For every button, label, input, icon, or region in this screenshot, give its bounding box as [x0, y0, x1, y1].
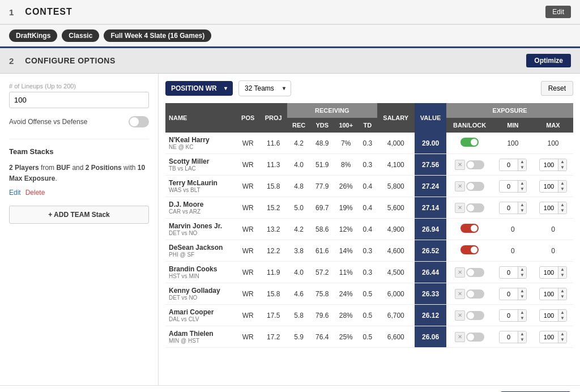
max-input[interactable] — [540, 332, 558, 342]
reset-button[interactable]: Reset — [541, 81, 573, 96]
optimize-top-button[interactable]: Optimize — [526, 54, 571, 67]
col-proj: PROJ — [259, 103, 287, 133]
max-up[interactable]: ▲ — [558, 267, 566, 272]
max-stepper[interactable]: ▲ ▼ — [539, 180, 567, 193]
min-stepper[interactable]: ▲ ▼ — [499, 309, 527, 322]
lineups-input[interactable] — [9, 92, 149, 108]
max-down[interactable]: ▼ — [558, 165, 566, 171]
max-input[interactable] — [540, 310, 558, 321]
min-input[interactable] — [500, 332, 518, 342]
min-up[interactable]: ▲ — [518, 159, 526, 165]
min-input[interactable] — [500, 160, 518, 170]
min-input[interactable] — [500, 289, 518, 299]
salary-cell: 4,000 — [377, 133, 415, 154]
min-up[interactable]: ▲ — [518, 181, 526, 186]
max-up[interactable]: ▲ — [558, 202, 566, 208]
max-input[interactable] — [540, 181, 558, 191]
min-stepper[interactable]: ▲ ▼ — [499, 202, 527, 214]
pos-cell: WR — [236, 262, 259, 283]
ban-lock-control: ✕ — [455, 203, 484, 213]
max-input[interactable] — [540, 203, 558, 213]
max-stepper[interactable]: ▲ ▼ — [539, 202, 567, 214]
teams-dropdown[interactable]: 32 Teams — [238, 80, 291, 96]
ban-button[interactable]: ✕ — [455, 203, 465, 213]
player-name-cell: N'Keal Harry NE @ KC — [165, 133, 236, 154]
max-down[interactable]: ▼ — [558, 272, 566, 278]
min-down[interactable]: ▼ — [518, 294, 526, 300]
max-stepper[interactable]: ▲ ▼ — [539, 288, 567, 300]
ban-lock-toggle[interactable] — [466, 160, 484, 169]
player-team: DET vs NO — [169, 230, 233, 236]
max-down[interactable]: ▼ — [558, 316, 566, 321]
min-up[interactable]: ▲ — [518, 331, 526, 337]
min-input[interactable] — [500, 181, 518, 191]
max-stepper[interactable]: ▲ ▼ — [539, 331, 567, 343]
max-stepper[interactable]: ▲ ▼ — [539, 159, 567, 171]
ban-lock-toggle[interactable] — [466, 289, 484, 299]
ban-lock-toggle[interactable] — [460, 224, 479, 233]
ban-button[interactable]: ✕ — [455, 332, 465, 342]
value-cell: 26.44 — [415, 262, 446, 283]
min-input[interactable] — [500, 310, 518, 321]
min-stepper[interactable]: ▲ ▼ — [499, 331, 527, 343]
avoid-offense-toggle[interactable] — [129, 116, 149, 127]
max-up[interactable]: ▲ — [558, 310, 566, 316]
min-down[interactable]: ▼ — [518, 186, 526, 192]
min-down[interactable]: ▼ — [518, 165, 526, 171]
max-up[interactable]: ▲ — [558, 331, 566, 337]
min-up[interactable]: ▲ — [518, 288, 526, 294]
ban-lock-toggle[interactable] — [466, 203, 484, 212]
ban-lock-toggle[interactable] — [466, 182, 484, 191]
min-cell: ▲ ▼ — [493, 262, 533, 283]
ban-button[interactable]: ✕ — [455, 181, 465, 191]
ban-lock-toggle[interactable] — [466, 333, 484, 342]
max-down[interactable]: ▼ — [558, 208, 566, 214]
min-down[interactable]: ▼ — [518, 337, 526, 343]
position-dropdown[interactable]: POSITION WR — [165, 81, 233, 96]
ban-lock-toggle[interactable] — [460, 138, 479, 147]
max-input[interactable] — [540, 289, 558, 299]
min-down[interactable]: ▼ — [518, 272, 526, 278]
min-up[interactable]: ▲ — [518, 202, 526, 208]
max-down[interactable]: ▼ — [558, 294, 566, 300]
max-stepper[interactable]: ▲ ▼ — [539, 309, 567, 322]
min-down[interactable]: ▼ — [518, 316, 526, 321]
max-stepper[interactable]: ▲ ▼ — [539, 266, 567, 279]
min-cell: 0 — [493, 219, 533, 240]
ban-button[interactable]: ✕ — [455, 160, 465, 170]
min-up[interactable]: ▲ — [518, 267, 526, 272]
max-down[interactable]: ▼ — [558, 186, 566, 192]
min-arrows: ▲ ▼ — [518, 181, 526, 192]
contest-edit-button[interactable]: Edit — [545, 6, 571, 18]
hundred-plus-cell: 19% — [334, 197, 358, 219]
max-down[interactable]: ▼ — [558, 337, 566, 343]
player-name: Marvin Jones Jr. — [169, 222, 233, 230]
min-stepper[interactable]: ▲ ▼ — [499, 180, 527, 193]
min-input[interactable] — [500, 267, 518, 278]
max-up[interactable]: ▲ — [558, 159, 566, 165]
max-input[interactable] — [540, 267, 558, 278]
rec-cell: 5.9 — [287, 326, 310, 348]
ban-button[interactable]: ✕ — [455, 310, 465, 321]
add-stack-button[interactable]: + ADD TEAM Stack — [9, 206, 149, 224]
min-stepper[interactable]: ▲ ▼ — [499, 288, 527, 300]
min-down[interactable]: ▼ — [518, 208, 526, 214]
ban-button[interactable]: ✕ — [455, 267, 465, 278]
min-stepper[interactable]: ▲ ▼ — [499, 266, 527, 279]
value-cell: 26.06 — [415, 326, 446, 348]
col-max: MAX — [533, 118, 573, 133]
max-up[interactable]: ▲ — [558, 181, 566, 186]
max-up[interactable]: ▲ — [558, 288, 566, 294]
ban-button[interactable]: ✕ — [455, 289, 465, 299]
stack-edit-link[interactable]: Edit — [9, 189, 21, 197]
ban-lock-toggle[interactable] — [460, 245, 479, 254]
ban-lock-toggle[interactable] — [466, 268, 484, 277]
stack-delete-link[interactable]: Delete — [25, 189, 45, 197]
min-input[interactable] — [500, 203, 518, 213]
ban-lock-toggle[interactable] — [466, 311, 484, 320]
min-stepper[interactable]: ▲ ▼ — [499, 159, 527, 171]
min-up[interactable]: ▲ — [518, 310, 526, 316]
rec-cell: 4.2 — [287, 219, 310, 240]
col-value: VALUE — [415, 103, 446, 133]
max-input[interactable] — [540, 160, 558, 170]
